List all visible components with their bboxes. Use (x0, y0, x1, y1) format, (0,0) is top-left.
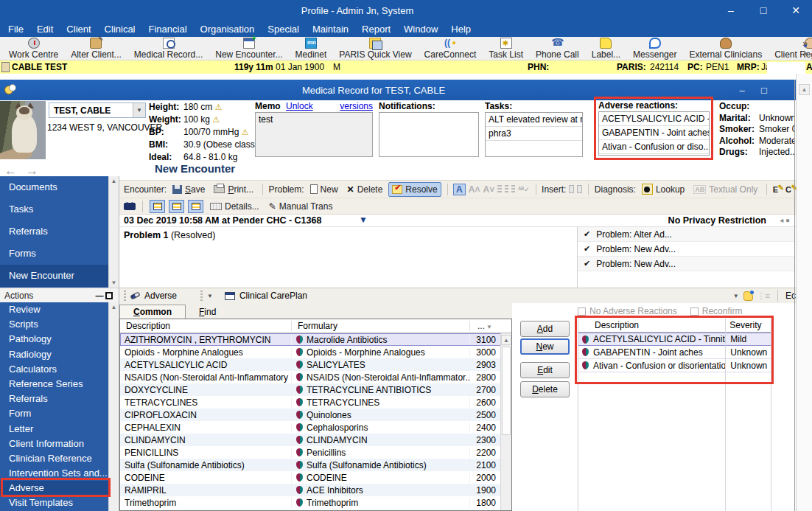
close-icon[interactable]: ✕ (780, 0, 812, 21)
font-shrink-button[interactable]: A˅ (483, 184, 494, 195)
search-binoculars-icon[interactable] (124, 202, 136, 210)
action-item[interactable]: Visit Templates (0, 496, 108, 510)
menu-item[interactable]: Maintain (306, 24, 355, 35)
sidebar-item[interactable]: Documents (0, 176, 108, 198)
action-item[interactable]: Radiology (0, 347, 108, 362)
problem-list-item[interactable]: ✔ Problem: New Adv... (578, 242, 794, 257)
chevron-down-icon[interactable]: ▼ (133, 103, 145, 117)
scroll-up-icon[interactable]: ▲ (501, 335, 511, 345)
table-row[interactable]: TETRACYCLINES TETRACYCLINES 2600 (120, 396, 511, 409)
adverse-tab-label[interactable]: Adverse (144, 291, 177, 301)
adverse-reaction-item[interactable]: ACETYLSALICYLIC ACID -... (599, 112, 709, 126)
notifications-box[interactable] (379, 112, 479, 157)
indent-icon[interactable] (505, 185, 508, 193)
actions-maximize-icon[interactable] (105, 292, 113, 299)
table-row[interactable]: ACETYLSALICYLIC ACID SALICYLATES 2903 (120, 358, 511, 371)
chevron-down-icon[interactable]: ▼ (733, 293, 739, 299)
action-item[interactable]: Client Information (0, 437, 108, 451)
list-options-icon[interactable]: ⋮≡ (757, 291, 770, 301)
messenger-button[interactable]: Messenger (633, 38, 676, 60)
action-item[interactable]: Form (0, 406, 108, 421)
sidebar-item[interactable]: Tasks (0, 198, 108, 220)
external-clinicians-button[interactable]: External Clinicians (689, 38, 762, 60)
sticky-note-icon[interactable] (743, 291, 753, 301)
label-button[interactable]: Label... (592, 38, 620, 60)
textual-only-button[interactable]: ABTextual Only (690, 183, 760, 196)
sidebar-item[interactable]: Referrals (0, 220, 108, 243)
outdent-icon[interactable] (511, 185, 515, 193)
medical-record-button[interactable]: Medical Record... (134, 38, 203, 60)
task-list-button[interactable]: Task List (489, 38, 523, 60)
tab-find[interactable]: Find (186, 305, 229, 319)
phone-call-button[interactable]: Phone Call (536, 38, 579, 60)
adverse-reaction-item[interactable]: GABAPENTIN - Joint aches (599, 126, 709, 140)
adverse-reactions-box[interactable]: ACETYLSALICYLIC ACID -...GABAPENTIN - Jo… (598, 111, 710, 156)
resolve-button[interactable]: Resolve (388, 182, 441, 197)
menu-item[interactable]: Special (261, 24, 306, 35)
col-more[interactable]: ...▼ (469, 321, 502, 331)
col-formulary[interactable]: Formulary (291, 321, 469, 331)
table-row[interactable]: CLINDAMYCIN CLINDAMYCIN 2300 (120, 434, 511, 446)
menu-item[interactable]: Edit (30, 24, 60, 35)
table-row[interactable]: RAMIPRIL ACE Inhibitors 1900 (120, 484, 511, 496)
task-item[interactable]: ALT elevated review at n... (486, 113, 582, 127)
problem-list-item[interactable]: ✔ Problem: Alter Ad... (578, 227, 794, 242)
medinet-button[interactable]: Medinet (295, 38, 327, 60)
bullet-list-icon[interactable] (497, 185, 501, 193)
task-item[interactable]: phra3 (486, 127, 582, 141)
problem-list-item[interactable]: ✔ Problem: New Adv... (578, 257, 794, 271)
insert-image-icon[interactable] (569, 185, 574, 193)
scroll-down-icon[interactable]: ▼ (109, 279, 119, 286)
table-row[interactable]: Sulfa (Sulfonamide Antibiotics) Sulfa (S… (120, 459, 511, 471)
memo-unlock-link[interactable]: Unlock (286, 101, 313, 111)
lookup-button[interactable]: Lookup (639, 182, 687, 196)
actions-minimize-icon[interactable]: — (94, 291, 105, 300)
new-encounter-button[interactable]: New Encounter... (215, 38, 282, 60)
new-button[interactable]: New (520, 338, 570, 355)
print-button[interactable]: Print... (211, 183, 256, 196)
chevron-down-icon[interactable]: ▼ (207, 293, 213, 299)
spellcheck-icon[interactable]: ᴬᴮ✓ (518, 186, 529, 193)
action-item[interactable]: Referrals (0, 392, 108, 406)
adverse-reaction-item[interactable]: Ativan - Confusion or diso... (599, 140, 709, 154)
scroll-up-icon[interactable]: ▲ (109, 178, 119, 184)
sidebar-scrollbar[interactable]: ▲ ▼ (108, 176, 119, 288)
menu-item[interactable]: Report (355, 24, 397, 35)
table-row[interactable]: CIPROFLOXACIN Quinolones 2500 (120, 409, 511, 421)
mdi-minimize-icon[interactable]: – (731, 85, 753, 96)
minimize-icon[interactable]: – (715, 0, 747, 21)
action-item[interactable]: Reference Series (0, 377, 108, 392)
encounter-collapse-icon[interactable]: ▼ (359, 215, 368, 225)
action-item[interactable]: Pathology (0, 332, 108, 347)
table-row[interactable]: DOXYCYCLINE TETRACYCLINE ANTIBIOTICS 270… (120, 383, 511, 396)
delete-button[interactable]: Delete (520, 381, 570, 397)
menu-item[interactable]: Clinical (98, 24, 142, 35)
scroll-up-icon[interactable]: ▲ (109, 304, 119, 310)
col-description[interactable]: Description (120, 321, 291, 331)
save-button[interactable]: Save (169, 183, 208, 196)
delete-problem-button[interactable]: ✕Delete (344, 183, 386, 196)
scroll-up-icon[interactable]: ▲ (799, 84, 810, 95)
action-item[interactable]: Calculators (0, 362, 108, 377)
tab-common[interactable]: Common (119, 305, 186, 319)
table-row[interactable]: NSAIDS (Non-Steroidal Anti-Inflammatory … (120, 371, 511, 383)
font-grow-button[interactable]: A˄ (469, 184, 480, 195)
menu-item[interactable]: Help (444, 24, 477, 35)
toolbar-dropdown-icon[interactable]: ▾ (804, 50, 808, 58)
toolbar-overflow-chevron[interactable]: » (802, 38, 808, 49)
encounter-edit-icon[interactable]: E (773, 185, 783, 194)
add-button[interactable]: Add (520, 321, 570, 337)
action-item[interactable]: Clinician Reference (0, 451, 108, 466)
work-centre-button[interactable]: Work Centre (9, 38, 58, 60)
patient-name-combobox[interactable]: TEST, CABLE ▼ (49, 102, 146, 118)
insert-object-icon[interactable] (577, 185, 582, 193)
table-row[interactable]: CODEINE CODEINE 2000 (120, 471, 511, 484)
memo-box[interactable]: test (255, 112, 373, 157)
new-problem-button[interactable]: New (307, 183, 341, 196)
sidebar-item[interactable]: Forms (0, 243, 108, 265)
details-button[interactable]: Details... (207, 200, 262, 213)
maximize-icon[interactable]: □ (747, 0, 780, 21)
reconfirm-checkbox[interactable]: Reconfirm (690, 306, 743, 316)
table-row[interactable]: PENICILLINS Penicillins 2200 (120, 446, 511, 459)
outer-scrollbar[interactable]: ▲ (796, 74, 812, 511)
